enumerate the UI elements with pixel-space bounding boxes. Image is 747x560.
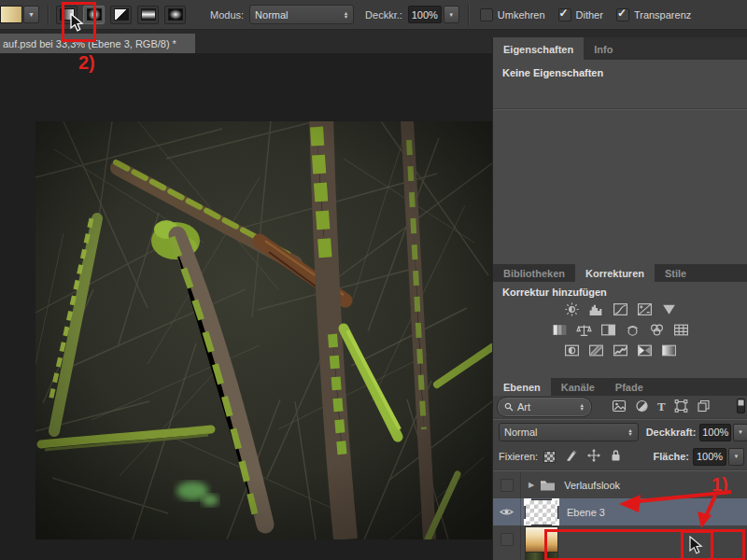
tab-info-label: Info [594, 44, 613, 55]
brightness-contrast-icon[interactable] [564, 302, 581, 316]
visibility-toggle[interactable] [493, 553, 521, 560]
threshold-icon[interactable] [613, 343, 629, 357]
selective-color-icon[interactable] [661, 343, 678, 357]
eye-icon [500, 507, 514, 517]
blend-mode-row: Normal ▲▼ Deckkraft: 100% ▼ [493, 421, 747, 443]
adjustments-tab-bar: Bibliotheken Korrekturen Stile [493, 264, 747, 282]
flaeche-dropdown-arrow[interactable]: ▼ [728, 448, 744, 466]
deckkr-label: Deckkr.: [365, 9, 402, 21]
visibility-off-box [500, 533, 514, 546]
adjustments-panel-body: Korrektur hinzufügen [493, 282, 747, 378]
document-tab[interactable]: auf.psd bei 33,3% (Ebene 3, RGB/8) * [0, 34, 195, 53]
tab-stile[interactable]: Stile [655, 264, 697, 282]
umkehren-checkbox-group[interactable]: Umkehren [480, 8, 545, 21]
deckkraft-dropdown-arrow[interactable]: ▼ [733, 424, 747, 441]
adjustment-row-3 [564, 343, 678, 357]
annotation-step-2: 2) [78, 52, 95, 74]
tab-eigenschaften[interactable]: Eigenschaften [493, 37, 584, 60]
shape-layer-filter-icon[interactable] [674, 399, 688, 414]
dither-label: Dither [576, 9, 603, 21]
tab-info[interactable]: Info [584, 37, 623, 60]
deckkraft-value-box[interactable]: 100% [699, 424, 731, 441]
adjustment-row-1 [564, 302, 678, 316]
flaeche-value-box[interactable]: 100% [693, 448, 726, 466]
angle-gradient-button[interactable] [110, 6, 132, 24]
gradient-preview-swatch[interactable] [0, 6, 22, 23]
properties-panel-body: Keine Eigenschaften [493, 60, 747, 264]
pixel-layer-filter-icon[interactable] [612, 399, 627, 414]
annotation-box-bottom-bar [544, 529, 745, 560]
group-folder-icon [540, 479, 556, 491]
tab-bibliotheken[interactable]: Bibliotheken [493, 264, 575, 282]
group-expander-icon[interactable]: ▶ [529, 481, 534, 489]
filter-toggle[interactable] [737, 399, 745, 415]
curves-icon[interactable] [613, 302, 629, 316]
deckkr-dropdown-arrow[interactable]: ▼ [444, 6, 459, 23]
layer-filter-row: Art ▲▼ T [493, 398, 747, 416]
gradient-picker-arrow[interactable]: ▼ [23, 6, 39, 23]
diamond-gradient-button[interactable] [164, 6, 186, 24]
smart-object-filter-icon[interactable] [697, 399, 711, 414]
deckkraft-label: Deckkraft: [646, 427, 697, 438]
photo-filter-icon[interactable] [625, 323, 641, 337]
hue-saturation-icon[interactable] [552, 323, 569, 337]
transparenz-checkbox[interactable] [616, 8, 629, 21]
lock-pixels-icon[interactable] [565, 449, 578, 464]
forest-photo-canvas[interactable] [35, 121, 492, 539]
gradient-map-icon[interactable] [637, 343, 654, 357]
type-layer-filter-icon[interactable]: T [657, 399, 666, 414]
tab-kanaele[interactable]: Kanäle [551, 378, 605, 396]
adjustment-layer-filter-icon[interactable] [635, 399, 649, 414]
vibrance-icon[interactable] [661, 302, 678, 316]
modus-dropdown[interactable]: Normal ▲▼ [249, 5, 354, 24]
tab-eigenschaften-label: Eigenschaften [503, 44, 573, 55]
visibility-toggle[interactable] [493, 471, 521, 498]
lock-buttons [543, 449, 622, 464]
modus-label: Modus: [210, 9, 244, 21]
channel-mixer-icon[interactable] [649, 323, 666, 337]
tab-korrekturen-label: Korrekturen [585, 268, 644, 279]
levels-icon[interactable] [588, 302, 605, 316]
tab-pfade-label: Pfade [615, 382, 643, 393]
layer-row-verlaufslook[interactable]: ▶ Verlaufslook [493, 471, 747, 499]
lock-all-icon[interactable] [610, 449, 622, 464]
reflected-gradient-button[interactable] [137, 6, 159, 24]
lock-position-icon[interactable] [587, 449, 600, 464]
tab-ebenen[interactable]: Ebenen [493, 378, 551, 396]
divider [493, 108, 747, 110]
tab-stile-label: Stile [665, 268, 686, 279]
tab-kanaele-label: Kanäle [561, 382, 595, 393]
blend-mode-dropdown[interactable]: Normal ▲▼ [499, 423, 639, 441]
layer-thumbnail[interactable] [525, 499, 558, 525]
transparenz-label: Transparenz [634, 9, 691, 21]
umkehren-label: Umkehren [498, 9, 545, 21]
transparenz-checkbox-group[interactable]: Transparenz [616, 8, 691, 21]
visibility-toggle[interactable] [493, 525, 521, 553]
deckkr-value-box[interactable]: 100% [408, 6, 442, 23]
tab-korrekturen[interactable]: Korrekturen [575, 264, 655, 282]
lock-transparency-icon[interactable] [543, 451, 556, 463]
lock-row: Fixieren: Fläche: 100% ▼ [493, 446, 747, 467]
black-white-icon[interactable] [600, 323, 617, 337]
updown-arrows-icon: ▲▼ [627, 428, 632, 436]
filter-kind-dropdown[interactable]: Art ▲▼ [498, 398, 591, 416]
tab-pfade[interactable]: Pfade [605, 378, 654, 396]
dither-checkbox[interactable] [558, 8, 571, 21]
layer-name[interactable]: Ebene 3 [567, 507, 605, 518]
invert-icon[interactable] [564, 343, 581, 357]
tab-ebenen-label: Ebenen [503, 382, 541, 393]
fixieren-label: Fixieren: [499, 451, 538, 462]
layer-row-ebene-3[interactable]: Ebene 3 [493, 498, 747, 526]
updown-arrows-icon: ▲▼ [580, 403, 585, 411]
no-properties-message: Keine Eigenschaften [493, 60, 747, 84]
exposure-icon[interactable] [637, 302, 654, 316]
search-icon [504, 402, 514, 412]
posterize-icon[interactable] [588, 343, 605, 357]
visibility-toggle[interactable] [493, 498, 521, 525]
dither-checkbox-group[interactable]: Dither [558, 8, 603, 21]
color-balance-icon[interactable] [576, 323, 593, 337]
umkehren-checkbox[interactable] [480, 8, 493, 21]
deckkr-value: 100% [412, 9, 438, 21]
layer-name[interactable]: Verlaufslook [564, 480, 620, 491]
color-lookup-icon[interactable] [673, 323, 690, 337]
